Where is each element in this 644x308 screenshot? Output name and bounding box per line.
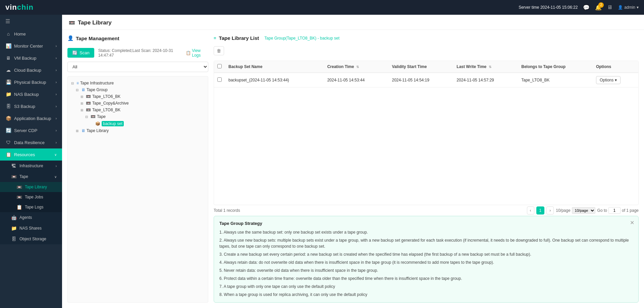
- expand-icon: ⊞: [76, 129, 80, 133]
- tape-management-icon: 👤: [67, 35, 74, 41]
- strategy-close-button[interactable]: ✕: [630, 220, 634, 226]
- sort-icon: ⇅: [356, 65, 359, 69]
- sidebar-item-label: Application Backup: [14, 116, 51, 121]
- monitor-icon[interactable]: 🖥: [607, 4, 612, 10]
- tape-group-tree-icon: 🖥: [81, 87, 85, 92]
- strategy-item-7: 7. A tape group with only one tape can o…: [219, 284, 633, 290]
- scan-status: Status: Completed;Last Scan: 2024-10-31 …: [98, 48, 182, 58]
- tree-node-tape[interactable]: ⊟ 📼 Tape: [71, 113, 205, 120]
- infrastructure-tree-icon: ≡: [76, 81, 79, 85]
- tree-node-root[interactable]: ⊟ ≡ Tape Infrastructure: [71, 80, 205, 86]
- chevron-right-icon: ›: [56, 68, 57, 72]
- home-icon: ⌂: [5, 31, 11, 37]
- sidebar-item-object-storage[interactable]: 🗄 Object Storage: [0, 234, 62, 244]
- col-last-write-time: Last Write Time ⇅: [453, 61, 518, 73]
- chevron-right-icon: ›: [56, 56, 57, 60]
- sidebar-item-application-backup[interactable]: 📦 Application Backup ›: [0, 112, 62, 124]
- delete-button[interactable]: 🗑: [214, 46, 224, 55]
- page-1-button[interactable]: 1: [536, 206, 545, 214]
- sidebar-item-tape-library[interactable]: 📼 Tape Library: [0, 182, 62, 192]
- page-header-icon: 📼: [69, 20, 75, 26]
- tree-node-label: Tape Infrastructure: [80, 81, 114, 85]
- strategy-list: 1. Always use the same backup set: only …: [219, 229, 633, 298]
- sidebar-item-agents[interactable]: 🤖 Agents: [0, 212, 62, 223]
- sidebar-item-label: Object Storage: [19, 237, 46, 241]
- right-panel-title-icon: ≡: [214, 36, 216, 41]
- tree-node-tape-group[interactable]: ⊟ 🖥 Tape Group: [71, 86, 205, 93]
- tree-node-lto8[interactable]: ⊞ 📼 Tape_LTO8_BK: [71, 107, 205, 113]
- sidebar-item-physical-backup[interactable]: 💾 Physical Backup ›: [0, 76, 62, 88]
- sidebar-item-label: Cloud Backup: [14, 68, 41, 73]
- row-checkbox[interactable]: [217, 77, 222, 82]
- expand-icon: ⊞: [80, 102, 85, 105]
- options-button[interactable]: Options ▾: [596, 76, 621, 84]
- goto-input[interactable]: [608, 207, 621, 214]
- topbar-right: Server time 2024-11-05 15:06:22 💬 🔔 2 🖥 …: [519, 4, 639, 11]
- expand-icon: ⊞: [80, 108, 85, 112]
- sidebar-item-data-resilience[interactable]: 🛡 Data Resilience ›: [0, 136, 62, 148]
- next-page-button[interactable]: ›: [546, 206, 554, 214]
- breadcrumb: Tape Group(Tape_LTO8_BK) - backup set: [264, 36, 339, 41]
- tree-node-copy-archive[interactable]: ⊞ 📼 Tape_Copy&Archive: [71, 100, 205, 107]
- tape-library-icon: 📼: [16, 184, 22, 190]
- goto-section: Go to of 1 page: [597, 207, 639, 214]
- tree-node-tape-library[interactable]: ⊞ 🖥 Tape Library: [71, 127, 205, 134]
- chevron-right-icon: ›: [56, 141, 57, 144]
- chevron-right-icon: ›: [56, 117, 57, 120]
- cell-backup-set-name: backupset_(2024-11-05 14:53:44): [225, 73, 324, 87]
- cell-last-write-time: 2024-11-05 14:57:29: [453, 73, 518, 87]
- view-logs-icon: 📋: [186, 51, 191, 55]
- tree-node-label: backup set: [102, 121, 124, 126]
- strategy-box: Tape Group Strategy ✕ 1. Always use the …: [214, 216, 639, 303]
- expand-icon: ⊟: [71, 81, 75, 85]
- tree-node-backup-set[interactable]: 📦 backup set: [71, 120, 205, 127]
- table-header-row: Backup Set Name Creation Time ⇅ Validity…: [214, 61, 638, 73]
- data-resilience-icon: 🛡: [5, 140, 11, 145]
- sidebar-item-resources[interactable]: 📋 Resources ∨: [0, 148, 62, 161]
- sidebar-item-s3-backup[interactable]: 🗄 S3 Backup ›: [0, 100, 62, 112]
- page-size-select[interactable]: 10/page 20/page 50/page: [572, 207, 595, 214]
- tree-node-lto6[interactable]: ⊞ 📼 Tape_LTO6_BK: [71, 93, 205, 100]
- user-menu[interactable]: 👤 admin ▾: [618, 5, 639, 10]
- sidebar-item-label: Tape Logs: [25, 205, 43, 209]
- tape-logs-icon: 📋: [16, 204, 22, 210]
- sidebar-item-tape[interactable]: 📼 Tape ∨: [0, 171, 62, 182]
- table-body: backupset_(2024-11-05 14:53:44) 2024-11-…: [214, 73, 638, 87]
- scan-button[interactable]: 🔄 Scan: [67, 48, 94, 58]
- sidebar-item-label: Agents: [19, 215, 32, 220]
- filter-select[interactable]: All Tape Group Tape Library: [67, 62, 208, 72]
- logo-chin: chin: [17, 3, 34, 11]
- select-all-checkbox[interactable]: [217, 64, 222, 68]
- server-time-label: Server time 2024-11-05 15:06:22: [519, 5, 578, 10]
- right-panel: ≡ Tape Library List Tape Group(Tape_LTO8…: [214, 35, 639, 303]
- sidebar-item-server-cdp[interactable]: 🔄 Server CDP ›: [0, 124, 62, 136]
- tree-node-label: Tape_Copy&Archive: [92, 101, 129, 106]
- application-backup-icon: 📦: [5, 116, 11, 121]
- chevron-down-icon: ∨: [54, 153, 57, 157]
- sidebar-item-nas-backup[interactable]: 📁 NAS Backup ›: [0, 88, 62, 100]
- sidebar-item-vm-backup[interactable]: 🖥 VM Backup ›: [0, 52, 62, 64]
- tape-management-title: 👤 Tape Management: [67, 35, 208, 41]
- sidebar-item-tape-logs[interactable]: 📋 Tape Logs: [0, 202, 62, 212]
- server-cdp-icon: 🔄: [5, 128, 11, 133]
- sidebar-item-nas-shares[interactable]: 📁 NAS Shares: [0, 223, 62, 234]
- sidebar-item-label: NAS Backup: [14, 92, 39, 97]
- sidebar-item-home[interactable]: ⌂ Home: [0, 28, 62, 40]
- sidebar-item-label: Tape: [19, 174, 28, 179]
- sidebar-item-label: Server CDP: [14, 128, 37, 133]
- sidebar-toggle[interactable]: ☰: [0, 15, 62, 28]
- strategy-item-2: 2. Always use new backup sets: multiple …: [219, 237, 633, 249]
- view-logs-link[interactable]: 📋 View Logs: [186, 48, 208, 58]
- message-icon[interactable]: 💬: [583, 4, 590, 11]
- notification-icon[interactable]: 🔔 2: [595, 4, 602, 11]
- strategy-item-1: 1. Always use the same backup set: only …: [219, 229, 633, 235]
- sidebar-item-tape-jobs[interactable]: 📼 Tape Jobs: [0, 192, 62, 202]
- cloud-backup-icon: ☁: [5, 67, 11, 73]
- nas-shares-icon: 📁: [11, 226, 17, 231]
- chevron-right-icon: ›: [56, 164, 57, 168]
- prev-page-button[interactable]: ‹: [527, 206, 534, 214]
- sidebar-item-infrastructure[interactable]: 🏗 Infrastructure ›: [0, 161, 62, 171]
- sidebar-item-cloud-backup[interactable]: ☁ Cloud Backup ›: [0, 64, 62, 76]
- sidebar-item-monitor[interactable]: 📊 Monitor Center ›: [0, 40, 62, 52]
- scan-bar: 🔄 Scan Status: Completed;Last Scan: 2024…: [67, 48, 208, 58]
